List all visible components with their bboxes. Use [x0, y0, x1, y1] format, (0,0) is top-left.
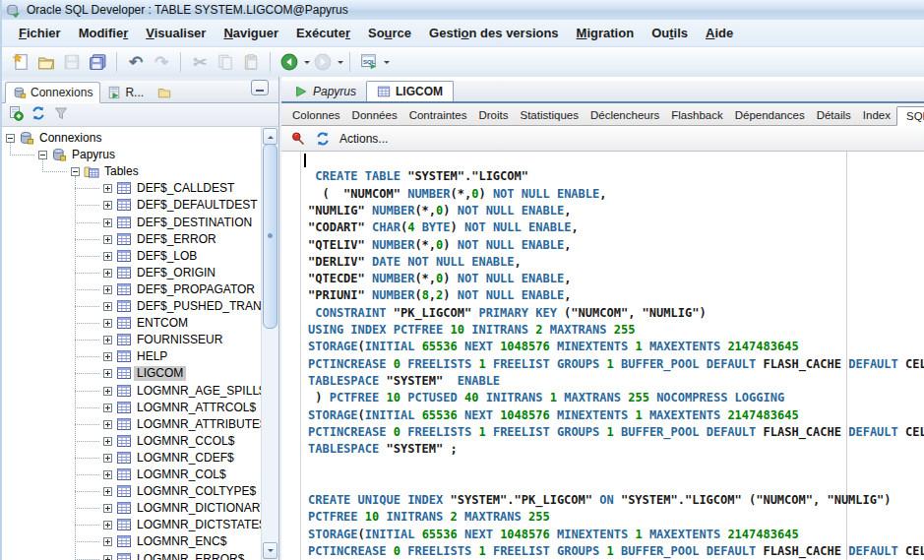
pin-icon[interactable] [290, 131, 306, 147]
tree-expander-plus-icon[interactable] [103, 555, 112, 560]
tree-expander-plus-icon[interactable] [103, 235, 112, 244]
refresh-icon[interactable] [315, 131, 331, 147]
menu-outils[interactable]: Outils [643, 22, 697, 44]
menu-aide[interactable]: Aide [697, 22, 742, 44]
subtab-statistiques[interactable]: Statistiques [514, 106, 584, 125]
dropdown-caret-icon[interactable] [384, 61, 390, 67]
tree-expander-plus-icon[interactable] [103, 302, 112, 311]
tree-expander-plus-icon[interactable] [103, 521, 112, 529]
tree-item-papyrus[interactable]: Papyrus [2, 147, 261, 163]
subtab-contraintes[interactable]: Contraintes [403, 106, 473, 125]
connections-tree[interactable]: ConnexionsPapyrusTablesDEF$_CALLDESTDEF$… [2, 127, 278, 560]
menu-visualiser[interactable]: Visualiser [137, 22, 215, 44]
subtab-index[interactable]: Index [857, 106, 896, 125]
tree-expander-plus-icon[interactable] [103, 184, 112, 193]
panel-tab-connexions[interactable]: Connexions [5, 82, 100, 103]
tree-item-def-propagator[interactable]: DEF$_PROPAGATOR [2, 281, 261, 298]
subtab-flashback[interactable]: Flashback [665, 106, 728, 125]
tree-item-logmnr-dictionary-[interactable]: LOGMNR_DICTIONARY$ [2, 500, 261, 517]
tree-expander-minus-icon[interactable] [6, 134, 15, 143]
dropdown-caret-icon[interactable] [304, 61, 310, 67]
tree-expander-plus-icon[interactable] [103, 201, 112, 210]
tree-item-logmnr-attribute-[interactable]: LOGMNR_ATTRIBUTE$ [2, 416, 261, 433]
new-file-button[interactable] [9, 50, 32, 74]
tree-item-help[interactable]: HELP [2, 348, 261, 365]
panel-tab-r[interactable]: R... [100, 83, 151, 102]
tree-expander-plus-icon[interactable] [103, 537, 112, 546]
tree-expander-plus-icon[interactable] [103, 404, 112, 412]
add-connection-button[interactable] [8, 105, 24, 125]
tree-expander-plus-icon[interactable] [103, 252, 112, 261]
tree-expander-plus-icon[interactable] [103, 319, 112, 328]
back-button[interactable] [277, 50, 301, 74]
scrollbar-thumb[interactable] [263, 144, 277, 329]
subtab-d-tails[interactable]: Détails [811, 106, 857, 125]
sql-worksheet-button[interactable]: SQL [357, 50, 381, 74]
subtab-donn-es[interactable]: Données [346, 106, 403, 125]
menu-naviguer[interactable]: Naviguer [215, 22, 287, 44]
subtab-d-clencheurs[interactable]: Déclencheurs [585, 106, 665, 125]
tree-item-logmnr-coltype-[interactable]: LOGMNR_COLTYPE$ [2, 483, 261, 500]
tree-expander-plus-icon[interactable] [103, 437, 112, 446]
tree-item-def-error[interactable]: DEF$_ERROR [2, 231, 261, 248]
scroll-up-button[interactable] [263, 128, 277, 145]
subtab-sql[interactable]: SQL [896, 106, 924, 126]
editor-tab-papyrus[interactable]: Papyrus [284, 82, 366, 101]
menu-migration[interactable]: Migration [568, 22, 644, 44]
tree-expander-plus-icon[interactable] [103, 269, 112, 278]
tree-expander-plus-icon[interactable] [103, 454, 112, 463]
tree-expander-minus-icon[interactable] [38, 151, 47, 159]
tree-expander-plus-icon[interactable] [103, 487, 112, 496]
tree-item-def-lob[interactable]: DEF$_LOB [2, 248, 261, 265]
tree-item-logmnr-attrcol-[interactable]: LOGMNR_ATTRCOL$ [2, 400, 261, 416]
save-all-button[interactable] [86, 50, 109, 74]
tree-expander-plus-icon[interactable] [103, 470, 112, 479]
refresh-button[interactable] [31, 105, 46, 125]
subtab-d-pendances[interactable]: Dépendances [729, 106, 811, 125]
tree-item-logmnr-dictstate-[interactable]: LOGMNR_DICTSTATE$ [2, 517, 261, 533]
tree-item-entcom[interactable]: ENTCOM [2, 315, 261, 332]
subtab-colonnes[interactable]: Colonnes [286, 106, 346, 125]
open-folder-button[interactable] [34, 50, 58, 74]
tree-item-logmnr-cdef-[interactable]: LOGMNR_CDEF$ [2, 450, 261, 467]
tree-item-connexions[interactable]: Connexions [2, 130, 261, 147]
tree-expander-plus-icon[interactable] [103, 369, 112, 378]
minimize-panel-button[interactable] [251, 80, 269, 95]
tree-item-logmnr-ccol-[interactable]: LOGMNR_CCOL$ [2, 433, 261, 450]
undo-button[interactable]: ↶ [124, 50, 148, 74]
tree-item-tables[interactable]: Tables [2, 163, 261, 180]
filter-button[interactable] [53, 105, 69, 125]
tree-item-fournisseur[interactable]: FOURNISSEUR [2, 332, 261, 348]
actions-button[interactable]: Actions... [339, 132, 388, 146]
menu-gestion-des-versions[interactable]: Gestion des versions [420, 22, 568, 44]
panel-tab-files[interactable] [151, 83, 178, 102]
tree-item-logmnr-age-spill-[interactable]: LOGMNR_AGE_SPILL$ [2, 383, 261, 400]
dropdown-caret-icon[interactable] [338, 61, 343, 67]
tree-item-def-origin[interactable]: DEF$_ORIGIN [2, 265, 261, 281]
tree-item-def-calldest[interactable]: DEF$_CALLDEST [2, 180, 261, 197]
tree-item-def-destination[interactable]: DEF$_DESTINATION [2, 215, 261, 231]
scroll-down-button[interactable] [263, 542, 277, 559]
tree-expander-plus-icon[interactable] [103, 420, 112, 429]
menu-fichier[interactable]: Fichier [10, 22, 70, 44]
sql-editor[interactable]: CREATE TABLE "SYSTEM"."LIGCOM" ( "NUMCOM… [281, 152, 924, 560]
tree-expander-plus-icon[interactable] [103, 218, 112, 227]
tree-expander-plus-icon[interactable] [103, 352, 112, 361]
tree-expander-plus-icon[interactable] [103, 387, 112, 396]
menu-source[interactable]: Source [359, 22, 420, 44]
menu-modifier[interactable]: Modifier [70, 22, 138, 44]
menu-ex-cuter[interactable]: Exécuter [287, 22, 359, 44]
tree-item-logmnr-col-[interactable]: LOGMNR_COL$ [2, 467, 261, 483]
tree-item-ligcom[interactable]: LIGCOM [2, 365, 261, 382]
tree-item-def-pushed-transactions[interactable]: DEF$_PUSHED_TRANSACTIONS [2, 298, 261, 315]
tree-scrollbar[interactable] [261, 127, 278, 560]
tree-expander-plus-icon[interactable] [103, 285, 112, 294]
tree-item-logmnr-enc-[interactable]: LOGMNR_ENC$ [2, 533, 261, 550]
tree-expander-plus-icon[interactable] [103, 336, 112, 344]
tree-item-def-defaultdest[interactable]: DEF$_DEFAULTDEST [2, 197, 261, 214]
tree-expander-plus-icon[interactable] [103, 504, 112, 513]
subtab-droits[interactable]: Droits [472, 106, 514, 125]
tree-item-logmnr-error-[interactable]: LOGMNR_ERROR$ [2, 551, 261, 560]
tree-expander-minus-icon[interactable] [71, 167, 80, 176]
editor-tab-ligcom[interactable]: LIGCOM [366, 81, 454, 101]
